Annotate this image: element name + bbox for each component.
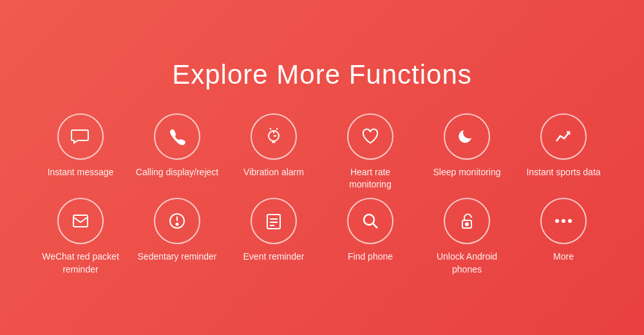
feature-row-2: WeChat red packet reminder Sedentary rem… [39, 198, 605, 276]
more-icon [540, 198, 587, 244]
svg-point-15 [364, 215, 374, 225]
feature-label-sports-data: Instant sports data [526, 166, 600, 179]
sedentary-icon [154, 198, 200, 244]
message-icon [57, 113, 104, 160]
svg-point-10 [176, 224, 178, 225]
page-title: Explore More Functions [172, 59, 472, 90]
svg-line-3 [270, 128, 271, 129]
feature-item-event-reminder[interactable]: Event reminder [232, 198, 316, 276]
feature-label-heart-rate: Heart rate monitoring [328, 166, 412, 191]
feature-label-find-phone: Find phone [348, 251, 393, 263]
svg-point-20 [562, 219, 565, 223]
svg-line-16 [373, 224, 377, 228]
sports-icon [540, 113, 587, 160]
feature-label-wechat-red: WeChat red packet reminder [39, 251, 122, 276]
find-phone-icon [347, 198, 393, 244]
svg-point-19 [555, 219, 559, 223]
feature-label-vibration-alarm: Vibration alarm [243, 166, 304, 179]
event-icon [251, 198, 297, 244]
feature-item-unlock-android[interactable]: Unlock Android phones [425, 198, 509, 276]
svg-point-18 [466, 223, 468, 225]
feature-item-more[interactable]: More [522, 198, 605, 276]
feature-label-unlock-android: Unlock Android phones [425, 251, 509, 276]
feature-item-heart-rate[interactable]: Heart rate monitoring [328, 113, 412, 191]
svg-rect-7 [73, 215, 88, 227]
svg-line-4 [276, 128, 278, 129]
feature-item-sports-data[interactable]: Instant sports data [522, 113, 605, 191]
feature-label-sleep-monitoring: Sleep monitoring [433, 166, 500, 179]
wechat-icon [57, 198, 104, 244]
alarm-icon [251, 113, 297, 160]
feature-item-find-phone[interactable]: Find phone [328, 198, 412, 276]
feature-label-calling-display: Calling display/reject [136, 166, 218, 179]
unlock-icon [444, 198, 490, 244]
feature-item-wechat-red[interactable]: WeChat red packet reminder [39, 198, 122, 276]
feature-item-vibration-alarm[interactable]: Vibration alarm [232, 113, 316, 191]
feature-label-event-reminder: Event reminder [243, 251, 305, 263]
feature-item-sedentary-reminder[interactable]: Sedentary reminder [135, 198, 219, 276]
feature-label-instant-message: Instant message [48, 166, 114, 179]
svg-point-21 [568, 219, 572, 223]
feature-item-instant-message[interactable]: Instant message [39, 113, 122, 191]
feature-item-sleep-monitoring[interactable]: Sleep monitoring [425, 113, 509, 191]
feature-row-1: Instant message Calling display/reject V… [39, 113, 605, 191]
features-grid: Instant message Calling display/reject V… [39, 113, 605, 276]
sleep-icon [444, 113, 490, 160]
phone-icon [154, 113, 200, 160]
feature-item-calling-display[interactable]: Calling display/reject [135, 113, 219, 191]
heart-icon [347, 113, 393, 160]
feature-label-more: More [553, 251, 574, 263]
feature-label-sedentary-reminder: Sedentary reminder [138, 251, 217, 263]
